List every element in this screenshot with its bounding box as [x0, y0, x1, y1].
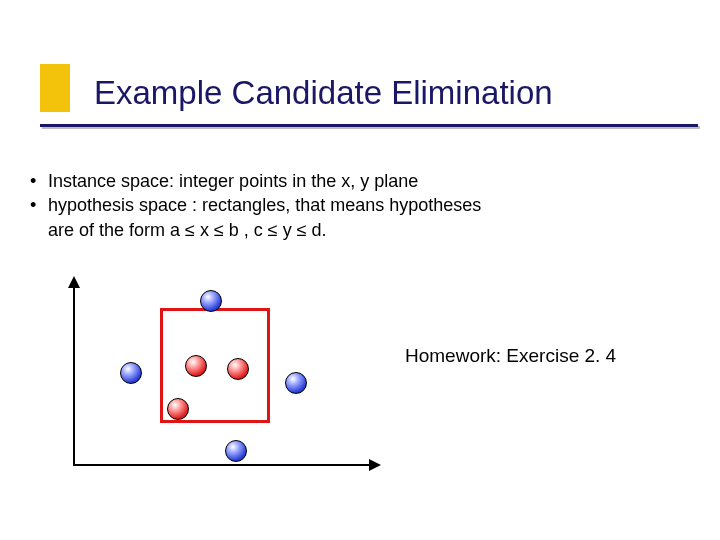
underline	[40, 124, 698, 127]
point-pos	[167, 398, 189, 420]
point-neg	[200, 290, 222, 312]
bullet-2-text: hypothesis space : rectangles, that mean…	[48, 194, 680, 217]
accent-square	[40, 64, 70, 112]
point-neg	[285, 372, 307, 394]
bullet-1-text: Instance space: integer points in the x,…	[48, 170, 680, 193]
point-pos	[185, 355, 207, 377]
bullet-list: • Instance space: integer points in the …	[30, 170, 680, 242]
title-bar: Example Candidate Elimination	[40, 72, 700, 144]
point-neg	[120, 362, 142, 384]
bullet-marker: •	[30, 194, 48, 217]
bullet-marker: •	[30, 170, 48, 193]
homework-text: Homework: Exercise 2. 4	[405, 345, 616, 367]
scatter-chart	[55, 280, 375, 480]
x-axis	[73, 464, 371, 466]
point-pos	[227, 358, 249, 380]
bullet-2: • hypothesis space : rectangles, that me…	[30, 194, 680, 217]
y-axis	[73, 286, 75, 466]
bullet-1: • Instance space: integer points in the …	[30, 170, 680, 193]
slide-title: Example Candidate Elimination	[94, 74, 553, 112]
point-neg	[225, 440, 247, 462]
bullet-2-continuation: are of the form a ≤ x ≤ b , c ≤ y ≤ d.	[30, 219, 680, 242]
